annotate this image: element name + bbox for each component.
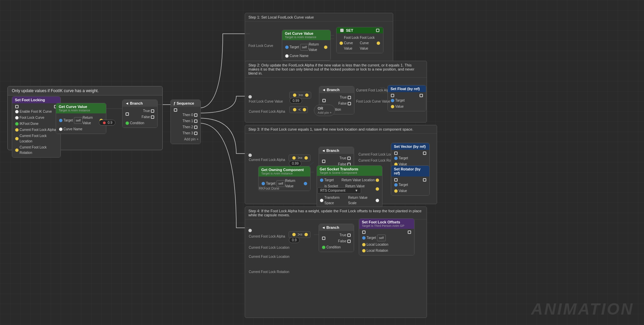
s4-true-out bbox=[347, 234, 351, 237]
get-socket-transform-node: Get Socket Transform Target is Scene Com… bbox=[317, 165, 382, 208]
branch-exec-in bbox=[126, 112, 129, 116]
condition-pin bbox=[126, 121, 129, 125]
goc-return-pin bbox=[304, 182, 307, 185]
sf-exec-in bbox=[391, 94, 394, 97]
gst-rot-pin bbox=[376, 187, 379, 191]
condition-row: Condition bbox=[123, 120, 157, 126]
sequence-header: ƒ Sequence bbox=[171, 100, 200, 107]
get-curve-value-node-left: Get Curve Value Target is Anim Instance … bbox=[56, 103, 106, 134]
s1-curve-name: Curve Name bbox=[282, 53, 330, 59]
current-foot-alpha-pin-row: Current Foot Lock Alpha bbox=[12, 127, 60, 133]
s3-gte-out bbox=[304, 156, 308, 160]
value-bubble-left: 0.9 bbox=[99, 120, 115, 126]
main-comment-title: Only update values if FootIK curve has a… bbox=[8, 86, 162, 96]
self-badge: self bbox=[74, 117, 83, 124]
step1-header: Step 1: Set Local FootLock Curve value bbox=[245, 13, 393, 22]
add-pin-row[interactable]: Add pin + bbox=[171, 136, 200, 142]
step1-set-node: SET Foot Lock Curve Value Foot Lock Curv… bbox=[336, 27, 383, 53]
sflo-target-row: Target self bbox=[359, 234, 414, 242]
then2-pin bbox=[194, 126, 197, 129]
s1-set-pins: Foot Lock Curve Value Foot Lock Curve Va… bbox=[337, 35, 383, 52]
gte-in1 bbox=[293, 93, 296, 97]
then1-pin bbox=[194, 119, 197, 123]
rts-component-dropdown[interactable]: RTS Component ▼ bbox=[317, 187, 361, 194]
foot-lock-curve-value-label: Foot Lock Curve Value bbox=[249, 100, 283, 103]
current-foot-rot-pin bbox=[15, 148, 19, 152]
or-node: OR Add pin + bbox=[314, 105, 335, 116]
current-foot-alpha-label-s2-right: Current Foot Lock Alpha bbox=[356, 88, 393, 92]
set-foot-locking-body: Enable Foot IK Curve Foot Lock Curve IKF… bbox=[12, 103, 60, 157]
gst-scale-pin bbox=[376, 199, 379, 202]
foot-lock-curve-pin bbox=[15, 116, 19, 119]
step3-set-rotator-node: Set Rotator (by ref) Target Value bbox=[391, 165, 430, 196]
step4-header: Step 4: If the Foot Lock Alpha has a wei… bbox=[245, 207, 427, 219]
gte-out1 bbox=[305, 93, 308, 97]
then1-row: Then 1 bbox=[171, 118, 200, 124]
s4-gte-in bbox=[292, 233, 296, 236]
value-bubble-099-1: 0.99 bbox=[290, 98, 302, 104]
sflo-local-rot-row: Local Rotation bbox=[359, 248, 414, 254]
sf-value-row: Value bbox=[388, 104, 426, 110]
goc-target-pin bbox=[262, 182, 265, 185]
ikfoot-done-label-s3: RKFoot Done bbox=[259, 187, 279, 190]
current-foot-rot-bottom-s4: Current Foot Lock Rotation bbox=[249, 270, 289, 274]
step1-get-curve-header: Get Curve Value Target is Anim Instance bbox=[282, 30, 330, 40]
set-foot-locking-node: Set Foot Locking Enable Foot IK Curve Fo… bbox=[12, 96, 61, 158]
current-foot-loc-label-s4: Current Foot Lock Location bbox=[249, 246, 290, 249]
s1-target-pin bbox=[285, 46, 289, 49]
sf-exec-out bbox=[420, 94, 423, 97]
step4-gte-node: >= bbox=[289, 231, 311, 238]
foot-lock-curve-pin-row: Foot Lock Curve bbox=[12, 115, 60, 121]
current-foot-rot-pin-row: Current Foot Lock Rotation bbox=[12, 144, 60, 156]
step2-header: Step 2: Only update the FootLock Alpha i… bbox=[245, 61, 427, 78]
s1-return-pin bbox=[324, 46, 327, 49]
sv-target-row: Target bbox=[391, 155, 429, 161]
s2-exec-in bbox=[322, 99, 326, 102]
goc-self-badge: self bbox=[276, 180, 285, 187]
sflo-self-badge: self bbox=[377, 235, 386, 241]
set-foot-lock-offsets-node: Set Foot Lock Offsets Target is Third Pe… bbox=[359, 218, 414, 255]
gst-transform-pin bbox=[320, 199, 323, 202]
s1-target-return: Target self Return Value bbox=[282, 42, 330, 53]
step3-set-vector-header: Set Vector (by ref) bbox=[391, 143, 429, 150]
s3-exec-in bbox=[322, 160, 325, 163]
sr-value-row: Value bbox=[391, 188, 429, 194]
then3-pin bbox=[194, 132, 197, 135]
value-bubble-099-2: 0.99 bbox=[289, 161, 301, 166]
exec-in-pin bbox=[15, 105, 19, 108]
step1-get-curve-body: Target self Return Value Curve Name bbox=[282, 40, 330, 60]
s2-true-out bbox=[348, 96, 351, 99]
s4-condition-row: Condition bbox=[319, 244, 354, 250]
s4-gte-out bbox=[304, 233, 308, 236]
curve-name-pin bbox=[59, 128, 62, 131]
sr-value-pin bbox=[394, 189, 398, 193]
then0-pin bbox=[194, 113, 197, 117]
step2-set-float-node: Set Float (by ref) Target Value bbox=[387, 85, 426, 111]
s1-curve-pin bbox=[285, 54, 289, 58]
s3-true-out bbox=[347, 157, 351, 160]
gst-loc-pin bbox=[376, 179, 379, 182]
lt-in1 bbox=[293, 108, 296, 111]
step3-branch-header: ◄ Branch bbox=[319, 147, 354, 154]
current-foot-loc-pin-row: Current Foot Lock Location bbox=[12, 133, 60, 144]
enable-foot-pin-row: Enable Foot IK Curve bbox=[12, 109, 60, 115]
step2-exec-dot bbox=[248, 95, 252, 99]
get-curve-value-left-header: Get Curve Value Target is Anim Instance bbox=[56, 103, 106, 113]
set-foot-lock-offsets-body: Target self Local Location Local Rotatio… bbox=[359, 229, 414, 255]
sflo-exec-out bbox=[408, 231, 411, 234]
sf-target-row: Target bbox=[388, 98, 426, 104]
gst-transform-row: Transform Space Return Value Scale bbox=[317, 195, 382, 206]
sflo-target-pin bbox=[362, 236, 366, 240]
sflo-exec-in bbox=[362, 231, 366, 234]
then3-row: Then 3 bbox=[171, 130, 200, 136]
target-return-row: Target self Return Value bbox=[56, 115, 106, 126]
step3-gte-node: >= bbox=[289, 155, 311, 161]
sequence-body: Then 0 Then 1 Then 2 Then 3 Add pin + bbox=[171, 107, 200, 144]
s3-gte-in bbox=[292, 156, 296, 160]
sf-value-pin bbox=[391, 105, 394, 108]
current-foot-alpha-pin bbox=[15, 128, 19, 132]
s1-self-badge: self bbox=[300, 44, 309, 51]
sr-target-row: Target bbox=[391, 182, 429, 188]
sflo-local-rot-pin bbox=[362, 249, 366, 252]
exec-row bbox=[12, 105, 60, 109]
